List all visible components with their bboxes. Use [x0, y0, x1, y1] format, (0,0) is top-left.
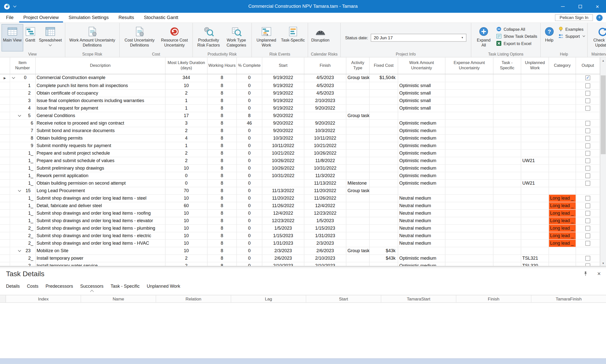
cell-category[interactable] [549, 262, 576, 266]
cell-working-hours[interactable]: 8 [207, 224, 237, 232]
cell-description[interactable]: Mobilize on Site [35, 247, 165, 254]
cell-finish[interactable]: 2/10/2023 [304, 254, 346, 262]
cell-working-hours[interactable]: 8 [207, 82, 237, 89]
cell-activity-type[interactable] [346, 209, 369, 217]
cell-working-hours[interactable]: 8 [207, 149, 237, 157]
cell-working-hours[interactable]: 8 [207, 74, 237, 82]
cell-duration[interactable]: 60 [165, 202, 207, 209]
cell-duration[interactable]: 1 [165, 142, 207, 149]
cell-duration[interactable]: 70 [165, 187, 207, 194]
cell-expense-amount-uncertainty[interactable] [445, 82, 493, 89]
cell-item-number[interactable]: 1_ [10, 202, 35, 209]
row-indicator-cell[interactable] [0, 239, 10, 247]
cell-unplanned-work[interactable]: UW21 [521, 179, 549, 187]
cell-working-hours[interactable]: 8 [207, 262, 237, 266]
cell-work-amount-uncertainty[interactable]: Optimistic medium [398, 127, 445, 134]
output-checkbox[interactable] [585, 256, 590, 261]
cell-category[interactable]: Long lead _ [549, 217, 576, 224]
cell-percent-complete[interactable]: 0 [237, 134, 262, 142]
cell-fixed-cost[interactable] [369, 149, 398, 157]
cell-fixed-cost[interactable] [369, 134, 398, 142]
cell-working-hours[interactable]: 8 [207, 232, 237, 239]
cell-start[interactable]: 2/3/2023 [262, 247, 304, 254]
chevron-down-icon[interactable]: ▾ [460, 36, 465, 39]
cell-unplanned-work[interactable] [521, 97, 549, 104]
cell-start[interactable]: 9/19/2022 [262, 82, 304, 89]
cell-work-amount-uncertainty[interactable]: Neutral medium [398, 239, 445, 247]
cell-task-specific[interactable] [493, 112, 521, 119]
cell-item-number[interactable]: 2_ [10, 224, 35, 232]
cell-category[interactable]: Long lead _ [549, 202, 576, 209]
minimize-button[interactable] [554, 0, 571, 13]
cell-category[interactable] [549, 164, 576, 172]
cell-unplanned-work[interactable]: UW21 [521, 157, 549, 164]
cell-output[interactable] [576, 157, 600, 164]
cell-category[interactable] [549, 172, 576, 179]
cell-duration[interactable]: 10 [165, 82, 207, 89]
cell-category[interactable] [549, 82, 576, 89]
cell-unplanned-work[interactable]: TSL320 [521, 262, 549, 266]
cell-output[interactable] [576, 127, 600, 134]
menu-tab-stochastic-gantt[interactable]: Stochastic Gantt [139, 13, 183, 23]
ribbon-button-expand-all[interactable]: Expand All [473, 24, 495, 51]
cell-fixed-cost[interactable] [369, 112, 398, 119]
column-header-output[interactable]: Output [576, 57, 600, 74]
cell-working-hours[interactable]: 8 [207, 134, 237, 142]
cell-category[interactable] [549, 134, 576, 142]
cell-unplanned-work[interactable] [521, 164, 549, 172]
output-checkbox[interactable] [585, 83, 590, 88]
cell-activity-type[interactable] [346, 97, 369, 104]
output-checkbox[interactable] [585, 196, 590, 201]
cell-expense-amount-uncertainty[interactable] [445, 254, 493, 262]
output-checkbox[interactable] [585, 211, 590, 216]
ribbon-button-disruption[interactable]: Disruption [310, 24, 331, 51]
cell-item-number[interactable]: 2_ [10, 239, 35, 247]
cell-task-specific[interactable] [493, 179, 521, 187]
cell-expense-amount-uncertainty[interactable] [445, 164, 493, 172]
cell-expense-amount-uncertainty[interactable] [445, 202, 493, 209]
cell-item-number[interactable]: 1_ [10, 209, 35, 217]
column-header-task-specific[interactable]: Task - Specific [493, 57, 521, 74]
cell-output[interactable] [576, 119, 600, 127]
cell-fixed-cost[interactable] [369, 82, 398, 89]
cell-unplanned-work[interactable] [521, 112, 549, 119]
cell-start[interactable]: 11/13/2022 [262, 187, 304, 194]
successors-column-tamarastart[interactable]: TamaraStart [381, 295, 456, 302]
scroll-up-icon[interactable]: ▲ [600, 57, 606, 63]
output-checkbox[interactable] [585, 158, 590, 163]
cell-finish[interactable]: 10/26/2022 [304, 149, 346, 157]
cell-output[interactable] [576, 262, 600, 266]
cell-fixed-cost[interactable]: $1,504k [369, 74, 398, 82]
output-checkbox[interactable] [585, 218, 590, 223]
cell-output[interactable] [576, 172, 600, 179]
cell-category[interactable] [549, 187, 576, 194]
output-checkbox[interactable] [585, 136, 590, 141]
cell-activity-type[interactable] [346, 104, 369, 112]
cell-item-number[interactable]: 7 [10, 127, 35, 134]
cell-work-amount-uncertainty[interactable]: Optimistic medium [398, 164, 445, 172]
cell-task-specific[interactable] [493, 89, 521, 97]
menu-tab-results[interactable]: Results [114, 13, 139, 23]
output-checkbox[interactable] [585, 128, 590, 133]
cell-working-hours[interactable]: 8 [207, 254, 237, 262]
row-indicator-cell[interactable]: ▶ [0, 74, 10, 82]
row-indicator-cell[interactable] [0, 97, 10, 104]
details-tab-unplanned-work[interactable]: Unplanned Work [147, 284, 180, 289]
cell-finish[interactable]: 10/21/2022 [304, 142, 346, 149]
cell-working-hours[interactable]: 8 [207, 89, 237, 97]
row-indicator-cell[interactable] [0, 112, 10, 119]
cell-description[interactable]: Submit shop drawings and order long lead… [35, 217, 165, 224]
app-logo-icon[interactable] [4, 3, 10, 10]
cell-duration[interactable]: 10 [165, 194, 207, 202]
cell-working-hours[interactable]: 8 [207, 127, 237, 134]
cell-percent-complete[interactable]: 0 [237, 89, 262, 97]
cell-output[interactable] [576, 187, 600, 194]
output-checkbox[interactable] [585, 121, 590, 126]
cell-category[interactable] [549, 254, 576, 262]
cell-unplanned-work[interactable] [521, 89, 549, 97]
cell-duration[interactable]: 2 [165, 254, 207, 262]
cell-task-specific[interactable] [493, 127, 521, 134]
cell-output[interactable] [576, 247, 600, 254]
cell-work-amount-uncertainty[interactable]: Neutral medium [398, 232, 445, 239]
cell-description[interactable]: Receive notice to proceed and sign contr… [35, 119, 165, 127]
